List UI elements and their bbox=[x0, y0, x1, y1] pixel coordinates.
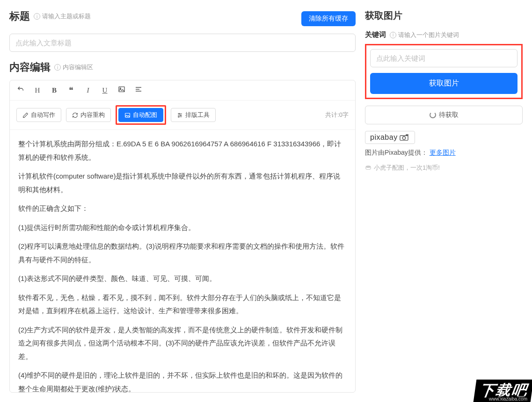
keyword-input[interactable] bbox=[370, 49, 517, 67]
coin-tip: 小虎子配图，一次1淘币! bbox=[365, 164, 523, 172]
content-paragraph: 软件看不见，无色，枯燥，看不见，摸不到，闻不到。软件大部分存在于人们的头脑或纸上… bbox=[18, 291, 347, 318]
keyword-hint: i 请输入一个图片关键词 bbox=[390, 31, 459, 39]
title-section-hint: i 请输入主题或标题 bbox=[34, 12, 91, 21]
watermark-url: www.xiazaiba.com bbox=[487, 396, 529, 402]
format-toolbar: H B ❝ I U bbox=[10, 80, 355, 100]
action-toolbar: 自动写作 内容重构 自动配图 bbox=[10, 100, 355, 130]
image-credit: 图片由Pixabay提供： 更多图片 bbox=[365, 149, 523, 157]
pixabay-badge: pixabay bbox=[365, 131, 415, 144]
content-paragraph: (2)生产方式不同的软件是开发，是人类智能的高发挥，而不是传统意义上的硬件制造。… bbox=[18, 323, 347, 364]
editor-box: H B ❝ I U 自动写作 bbox=[9, 80, 356, 393]
keyword-highlight-box: 获取图片 bbox=[365, 44, 523, 99]
content-paragraph: (2)程序可以满意地处理信息的数据结构。(3)说明程序功能要求和程序需要的文档的… bbox=[18, 240, 347, 266]
svg-point-7 bbox=[179, 113, 180, 114]
coin-icon bbox=[365, 165, 372, 171]
picture-icon bbox=[124, 112, 131, 118]
svg-point-1 bbox=[120, 88, 121, 89]
auto-image-button[interactable]: 自动配图 bbox=[118, 108, 163, 122]
content-paragraph: 软件的正确含义如下： bbox=[18, 202, 347, 215]
content-section-label: 内容编辑 bbox=[9, 60, 51, 74]
more-images-link[interactable]: 更多图片 bbox=[430, 149, 456, 156]
image-icon[interactable] bbox=[117, 86, 126, 95]
svg-rect-14 bbox=[406, 135, 408, 136]
undo-icon[interactable] bbox=[16, 86, 25, 95]
main-column: 标题 i 请输入主题或标题 清除所有缓存 内容编辑 i 内容编辑区 bbox=[0, 0, 360, 402]
pencil-icon bbox=[22, 112, 29, 118]
info-icon: i bbox=[34, 13, 40, 20]
refresh-icon bbox=[72, 112, 78, 118]
auto-write-button[interactable]: 自动写作 bbox=[16, 108, 61, 122]
info-icon: i bbox=[54, 64, 61, 71]
svg-point-15 bbox=[366, 165, 371, 168]
pending-button[interactable]: 待获取 bbox=[365, 106, 523, 124]
layout-tool-button[interactable]: 排版工具 bbox=[171, 108, 216, 122]
heading-icon[interactable]: H bbox=[33, 86, 42, 94]
svg-point-9 bbox=[180, 115, 181, 115]
side-column: 获取图片 关键词 i 请输入一个图片关键词 获取图片 待获取 pixabay 图… bbox=[360, 0, 532, 402]
italic-icon[interactable]: I bbox=[84, 86, 92, 94]
fetch-image-title: 获取图片 bbox=[365, 9, 523, 22]
fetch-image-button[interactable]: 获取图片 bbox=[370, 73, 517, 94]
content-section-hint: i 内容编辑区 bbox=[54, 63, 93, 72]
underline-icon[interactable]: U bbox=[101, 86, 109, 94]
title-header: 标题 i 请输入主题或标题 清除所有缓存 bbox=[9, 9, 356, 28]
settings-icon bbox=[177, 112, 183, 118]
svg-point-13 bbox=[402, 136, 405, 139]
content-paragraph: (4)维护不同的硬件是旧的，理论上软件是旧的，并不坏，但实际上软件也是旧的和坏的… bbox=[18, 369, 347, 392]
restructure-button[interactable]: 内容重构 bbox=[66, 108, 111, 122]
auto-image-highlight: 自动配图 bbox=[116, 105, 166, 125]
quote-icon[interactable]: ❝ bbox=[67, 85, 75, 95]
bold-icon[interactable]: B bbox=[50, 86, 58, 94]
svg-point-11 bbox=[178, 116, 179, 117]
camera-icon bbox=[400, 134, 410, 141]
content-paragraph: 计算机软件(computer software)是指计算机系统中除硬件以外的所有… bbox=[18, 170, 347, 196]
content-paragraph: (1)提供运行时所需功能和性能的命令或计算机程序集合。 bbox=[18, 221, 347, 235]
title-section-label: 标题 bbox=[9, 9, 30, 23]
keyword-header: 关键词 i 请输入一个图片关键词 bbox=[365, 30, 523, 39]
keyword-label: 关键词 bbox=[365, 30, 386, 39]
word-counter: 共计:0字 bbox=[325, 111, 349, 119]
clear-cache-button[interactable]: 清除所有缓存 bbox=[301, 11, 356, 26]
align-left-icon[interactable] bbox=[134, 86, 143, 95]
loading-icon bbox=[430, 112, 436, 118]
content-paragraph: 整个计算机系统由两部分组成：E.69DA 5 E 6 BA 9062616964… bbox=[18, 137, 347, 164]
editor-content[interactable]: 整个计算机系统由两部分组成：E.69DA 5 E 6 BA 9062616964… bbox=[10, 130, 355, 392]
content-paragraph: (1)表达形式不同的硬件类型、颜色、味道、可见、可摸、可闻。 bbox=[18, 272, 347, 286]
article-title-input[interactable] bbox=[9, 34, 356, 52]
info-icon: i bbox=[390, 32, 396, 38]
